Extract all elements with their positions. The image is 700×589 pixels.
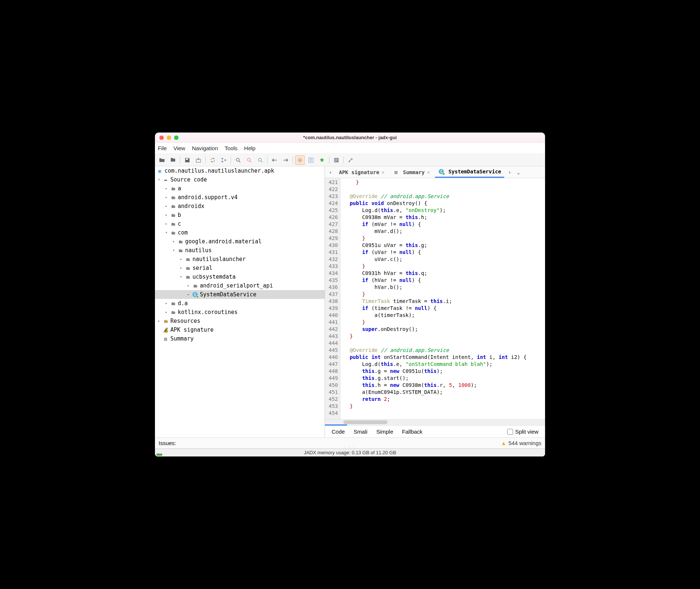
code-content[interactable]: } @Override // android.app.Service publi… (340, 178, 526, 419)
tree-pkg-c[interactable]: ▸🖿c (155, 219, 325, 228)
tree-pkg-da[interactable]: ▸🖿d.a (155, 299, 325, 308)
tree-source-code[interactable]: ▾▬Source code (155, 175, 325, 184)
tree-summary[interactable]: ▤Summary (155, 334, 325, 343)
export-icon[interactable] (194, 155, 203, 165)
tab-menu-icon[interactable]: ⌄ (515, 169, 522, 175)
line-gutter: 4214224234244254264274284294304314324334… (325, 178, 340, 419)
tree-pkg-androidx[interactable]: ▸🖿androidx (155, 202, 325, 211)
tree-pkg-nautilus[interactable]: ▾🖿nautilus (155, 246, 325, 255)
code-editor[interactable]: 4214224234244254264274284294304314324334… (325, 178, 545, 419)
svg-rect-4 (225, 159, 226, 161)
chevron-right-icon[interactable]: ▸ (164, 301, 169, 306)
settings-icon[interactable] (346, 155, 356, 165)
tree-pkg-a[interactable]: ▸🖿a (155, 184, 325, 193)
horizontal-scrollbar[interactable] (325, 419, 545, 424)
tree-pkg-ucbsystemdata[interactable]: ▾🖿ucbsystemdata (155, 272, 325, 281)
folder-icon: 🖿 (170, 203, 176, 209)
warning-icon: ▲ (501, 440, 506, 446)
add-files-icon[interactable] (168, 155, 178, 165)
folder-icon: 🖿 (170, 229, 176, 236)
preferences-icon[interactable] (295, 155, 305, 165)
tree-pkg-serial[interactable]: ▸🖿serial (155, 264, 325, 272)
chevron-right-icon[interactable]: ▸ (164, 186, 169, 191)
quark-icon[interactable] (317, 155, 327, 165)
svg-point-9 (299, 159, 301, 161)
chevron-right-icon[interactable]: ▸ (164, 212, 169, 218)
minimize-window-button[interactable] (167, 135, 171, 140)
chevron-right-icon[interactable]: ▸ (171, 239, 176, 244)
tab-apk-signature[interactable]: APK signature× (336, 166, 388, 178)
maximize-window-button[interactable] (174, 135, 178, 140)
tree-pkg-kotlinx[interactable]: ▸🖿kotlinx.coroutines (155, 308, 325, 317)
svg-rect-0 (186, 158, 188, 160)
log-icon[interactable] (332, 155, 341, 165)
folder-icon: 🖿 (170, 212, 176, 218)
open-file-icon[interactable] (157, 155, 167, 165)
back-icon[interactable] (270, 155, 279, 165)
folder-icon: 🖿 (184, 256, 191, 262)
tree-pkg-serialport-api[interactable]: ▸🖿android_serialport_api (155, 281, 325, 290)
chevron-right-icon[interactable]: ▸ (178, 257, 184, 262)
tab-systemdataservice[interactable]: CSystemDataService (435, 166, 504, 178)
chevron-right-icon[interactable]: ▸ (164, 204, 169, 209)
warnings-count[interactable]: ▲544 warnings (501, 440, 541, 446)
close-icon[interactable]: × (382, 169, 385, 175)
editor-tabs: ‹ APK signature× ▤Summary× CSystemDataSe… (325, 166, 545, 178)
tree-pkg-material[interactable]: ▸🖿google.android.material (155, 237, 325, 246)
svg-rect-3 (222, 161, 223, 162)
mode-fallback[interactable]: Fallback (402, 428, 423, 435)
tab-summary[interactable]: ▤Summary× (390, 166, 433, 178)
svg-rect-2 (222, 158, 223, 159)
window-title: *com.nautilus.nautiluslauncher - jadx-gu… (155, 135, 545, 140)
mode-smali[interactable]: Smali (354, 428, 368, 435)
tree-pkg-b[interactable]: ▸🖿b (155, 211, 325, 219)
search-class-icon[interactable] (244, 155, 254, 165)
tab-next-icon[interactable]: › (506, 169, 513, 175)
forward-icon[interactable] (281, 155, 290, 165)
mode-code[interactable]: Code (332, 428, 345, 435)
sync-icon[interactable] (208, 155, 218, 165)
tab-prev-icon[interactable]: ‹ (327, 169, 334, 175)
folder-icon: 🖿 (170, 300, 176, 307)
chevron-down-icon[interactable]: ▾ (164, 230, 169, 235)
chevron-right-icon[interactable]: ▸ (164, 310, 169, 315)
menu-tools[interactable]: Tools (225, 145, 237, 151)
folder-icon: 🖿 (184, 274, 191, 280)
chevron-right-icon[interactable]: ▸ (164, 195, 169, 200)
save-icon[interactable] (183, 155, 192, 165)
search-icon[interactable] (233, 155, 243, 165)
flatten-packages-icon[interactable] (219, 155, 229, 165)
chevron-right-icon[interactable]: ▸ (186, 292, 191, 297)
tree-pkg-launcher[interactable]: ▸🖿nautiluslauncher (155, 255, 325, 264)
chevron-right-icon[interactable]: ▸ (178, 265, 184, 271)
chevron-right-icon[interactable]: ▸ (164, 221, 169, 226)
chevron-right-icon[interactable]: ▸ (156, 318, 162, 324)
chevron-down-icon[interactable]: ▾ (171, 248, 176, 253)
tree-apk-signature[interactable]: 🔏APK signature (155, 325, 325, 334)
chevron-right-icon[interactable]: ▸ (186, 283, 191, 288)
menu-navigation[interactable]: Navigation (192, 145, 218, 151)
project-tree[interactable]: ▣com.nautilus.nautiluslauncher.apk ▾▬Sou… (155, 166, 325, 437)
folder-icon: 🖿 (170, 185, 176, 192)
folder-icon: 🖿 (184, 265, 191, 271)
search-comment-icon[interactable] (255, 155, 265, 165)
deobfuscation-icon[interactable] (306, 155, 316, 165)
menu-help[interactable]: Help (244, 145, 255, 151)
tree-pkg-support[interactable]: ▸🖿android.support.v4 (155, 193, 325, 202)
mode-simple[interactable]: Simple (376, 428, 393, 435)
svg-point-6 (247, 158, 250, 161)
tree-resources[interactable]: ▸🖿Resources (155, 317, 325, 325)
tree-class-systemdataservice[interactable]: ▸CSystemDataService (155, 290, 325, 299)
app-window: *com.nautilus.nautiluslauncher - jadx-gu… (155, 133, 545, 456)
menu-file[interactable]: File (158, 145, 167, 151)
chevron-down-icon[interactable]: ▾ (156, 177, 162, 182)
split-view-toggle[interactable]: Split view (507, 428, 538, 435)
menu-view[interactable]: View (173, 145, 185, 151)
class-icon: C (192, 291, 198, 298)
tree-apk-root[interactable]: ▣com.nautilus.nautiluslauncher.apk (155, 166, 325, 175)
tree-pkg-com[interactable]: ▾🖿com (155, 228, 325, 237)
split-view-checkbox[interactable] (507, 429, 513, 435)
close-window-button[interactable] (159, 135, 164, 140)
chevron-down-icon[interactable]: ▾ (178, 274, 184, 279)
close-icon[interactable]: × (427, 169, 430, 175)
